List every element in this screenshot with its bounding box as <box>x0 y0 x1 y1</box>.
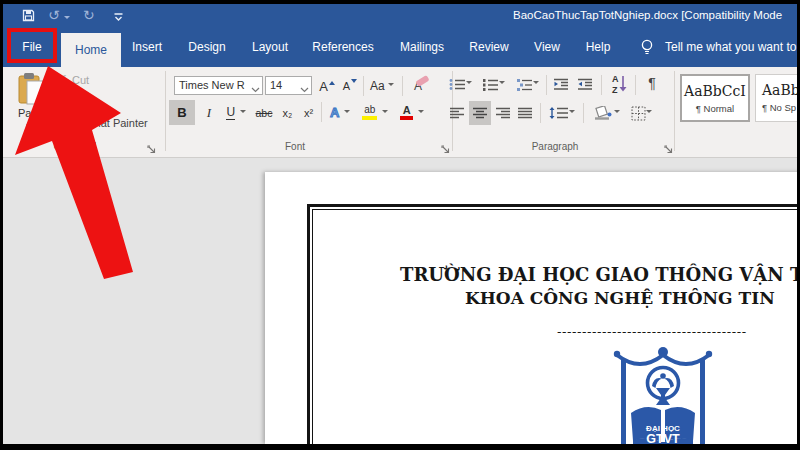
multilevel-list-button[interactable] <box>513 73 541 95</box>
document-heading-1: TRƯỜNG ĐẠI HỌC GIAO THÔNG VẬN TẢI T <box>400 264 797 285</box>
tab-help[interactable]: Help <box>586 28 611 67</box>
svg-text:Z: Z <box>612 85 618 95</box>
chevron-down-icon <box>240 110 246 116</box>
font-name-combo[interactable]: Times New R <box>174 76 263 95</box>
chevron-down-icon <box>499 81 505 87</box>
chevron-down-icon[interactable] <box>251 83 260 95</box>
tab-view[interactable]: View <box>534 28 560 67</box>
svg-text:A: A <box>612 74 619 84</box>
mini-separator <box>601 75 602 95</box>
tab-layout[interactable]: Layout <box>252 28 288 67</box>
tab-design[interactable]: Design <box>188 28 225 67</box>
shading-button[interactable] <box>589 101 623 125</box>
group-separator <box>165 71 166 151</box>
paragraph-dialog-launcher-icon[interactable] <box>664 141 674 159</box>
chevron-down-icon <box>344 110 350 116</box>
superscript-button[interactable]: x² <box>299 100 318 125</box>
font-size-value: 14 <box>270 79 282 91</box>
grow-font-button[interactable]: A <box>318 75 336 97</box>
align-right-button[interactable] <box>493 101 513 125</box>
cut-icon: ✂ <box>56 70 67 85</box>
style-name-text: ¶ Normal <box>682 103 748 114</box>
undo-icon[interactable]: ↺ <box>48 7 60 24</box>
highlight-color-button[interactable]: ab <box>358 100 392 125</box>
document-page[interactable]: TRƯỜNG ĐẠI HỌC GIAO THÔNG VẬN TẢI T KHOA… <box>265 172 797 444</box>
mini-separator <box>546 75 547 95</box>
eraser-icon <box>415 75 429 87</box>
align-left-button[interactable] <box>447 101 467 125</box>
font-name-value: Times New R <box>179 79 245 91</box>
chevron-down-icon <box>388 83 394 89</box>
svg-text:GTVT: GTVT <box>646 432 680 444</box>
line-spacing-button[interactable] <box>545 101 577 125</box>
change-case-button[interactable]: Aa <box>367 75 397 97</box>
justify-button[interactable] <box>515 101 535 125</box>
font-dialog-launcher-icon[interactable] <box>441 141 451 159</box>
style-sample-text: AaBb <box>756 82 797 98</box>
paragraph-group-label: Paragraph <box>532 141 579 152</box>
format-painter-button[interactable]: Format Painter <box>75 117 148 129</box>
tab-mailings[interactable]: Mailings <box>400 28 444 67</box>
chevron-down-icon <box>418 110 424 116</box>
chevron-down-icon <box>614 110 620 116</box>
style-name-text: ¶ No Sp <box>756 102 797 113</box>
paste-dropdown-icon[interactable] <box>26 124 32 130</box>
file-button-highlight <box>7 28 57 63</box>
italic-button[interactable]: I <box>199 100 219 125</box>
shrink-font-button[interactable]: A <box>341 75 359 97</box>
style-sample-text: AaBbCcI <box>682 83 748 99</box>
style-normal[interactable]: AaBbCcI ¶ Normal <box>680 74 750 122</box>
document-heading-2: KHOA CÔNG NGHỆ THÔNG TIN <box>465 288 775 308</box>
increase-indent-button[interactable] <box>575 73 595 95</box>
tab-references[interactable]: References <box>312 28 373 67</box>
clipboard-dialog-launcher-icon[interactable] <box>147 141 157 159</box>
highlight-bar-icon <box>362 116 377 121</box>
align-center-button[interactable] <box>469 101 491 125</box>
gtvt-logo: ĐẠI HỌC GTVT <box>608 347 718 444</box>
chevron-down-icon[interactable] <box>300 83 309 95</box>
cut-button[interactable]: Cut <box>72 74 89 86</box>
mini-separator <box>363 76 364 96</box>
ribbon: Paste ✂ Cut Format Painter Clipboard Tim… <box>3 67 797 158</box>
show-marks-button[interactable]: ¶ <box>643 72 661 94</box>
tab-home[interactable]: Home <box>61 33 121 67</box>
paste-icon[interactable] <box>18 72 45 109</box>
font-color-bar-icon <box>400 116 413 121</box>
borders-button[interactable] <box>625 101 657 125</box>
underline-button[interactable]: U <box>221 100 251 125</box>
word-window: ↺ ↻ BaoCaoThucTapTotNghiep.docx [Compati… <box>0 0 800 450</box>
font-size-combo[interactable]: 14 <box>265 76 312 95</box>
strikethrough-button[interactable]: abc <box>252 100 276 125</box>
undo-dropdown-icon[interactable] <box>64 16 70 22</box>
app-screen: ↺ ↻ BaoCaoThucTapTotNghiep.docx [Compati… <box>3 4 797 444</box>
clear-formatting-button[interactable]: A <box>406 75 430 97</box>
text-effects-button[interactable]: A <box>325 100 355 125</box>
shrink-arrow-icon <box>351 79 357 86</box>
font-color-button[interactable]: A <box>395 100 429 125</box>
tab-insert[interactable]: Insert <box>132 28 162 67</box>
style-no-spacing[interactable]: AaBb ¶ No Sp <box>755 74 797 122</box>
paste-button[interactable]: Paste <box>18 107 46 119</box>
numbering-button[interactable] <box>480 73 506 95</box>
tell-me-box[interactable]: Tell me what you want to <box>665 28 796 67</box>
clipboard-group-label: Clipboard <box>54 141 97 152</box>
sort-button[interactable]: AZ <box>605 71 631 97</box>
mini-separator <box>540 103 541 123</box>
ribbon-tab-bar: File Home Insert Design Layout Reference… <box>3 28 797 67</box>
lightbulb-icon <box>640 39 654 60</box>
mini-separator <box>583 103 584 123</box>
chevron-down-icon <box>533 81 539 87</box>
decrease-indent-button[interactable] <box>551 73 571 95</box>
mini-separator <box>402 76 403 96</box>
qat-customize-icon[interactable] <box>113 10 124 27</box>
redo-icon[interactable]: ↻ <box>83 7 95 24</box>
document-area: TRƯỜNG ĐẠI HỌC GIAO THÔNG VẬN TẢI T KHOA… <box>3 158 797 444</box>
save-icon[interactable] <box>22 9 35 26</box>
bold-button[interactable]: B <box>169 100 195 125</box>
tab-review[interactable]: Review <box>469 28 508 67</box>
group-separator <box>674 71 675 151</box>
title-bar: ↺ ↻ BaoCaoThucTapTotNghiep.docx [Compati… <box>3 4 797 28</box>
document-divider: -------------------------------------- <box>557 324 747 339</box>
bullets-button[interactable] <box>447 73 473 95</box>
subscript-button[interactable]: x₂ <box>278 100 297 125</box>
